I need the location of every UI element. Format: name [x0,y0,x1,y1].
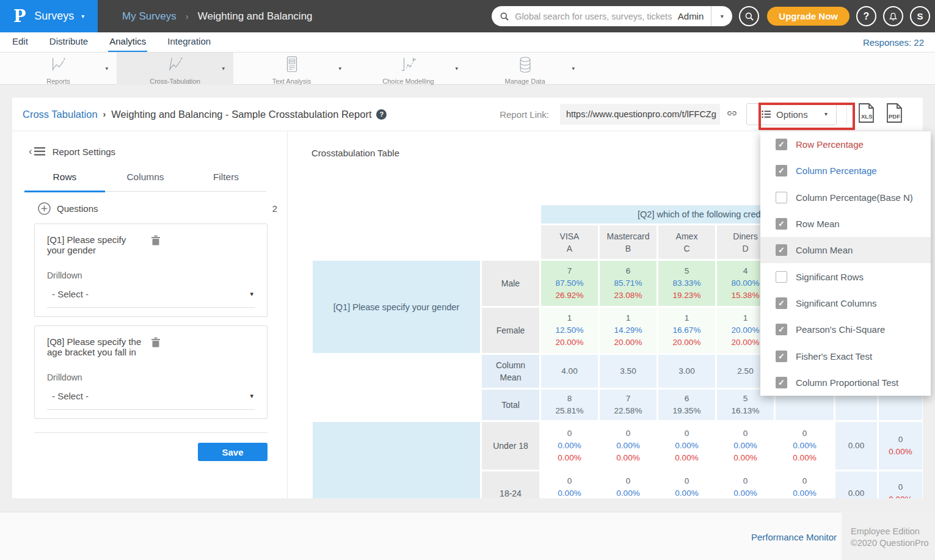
topbar-actions: Admin ▾ Upgrade Now ? S [492,6,930,26]
toolbar-item-choice-modelling[interactable]: ▾Choice Modelling [350,53,467,85]
option-column-mean[interactable]: ✓Column Mean [760,237,931,263]
link-icon[interactable] [726,107,738,122]
option-row-percentage[interactable]: ✓Row Percentage [760,131,931,158]
chevron-down-icon[interactable]: ▾ [455,66,458,71]
chevron-down-icon[interactable]: ▾ [222,66,225,71]
options-button[interactable]: Options ▾ [746,103,837,125]
cell-value: 0.00% [558,487,581,498]
report-link-url[interactable]: https://www.questionpro.com/t/lFFCZg [560,104,720,125]
chevron-down-icon[interactable]: ▾ [572,66,575,71]
breadcrumb-my-surveys[interactable]: My Surveys [122,10,176,23]
toolbar-item-manage-data[interactable]: ▾Manage Data [467,53,583,85]
drilldown-label: Drilldown [47,373,255,382]
search-submit-button[interactable] [739,6,759,26]
column-header-line1: Amex [676,230,698,242]
checkbox-unchecked-icon[interactable] [776,192,787,203]
checkbox-checked-icon[interactable]: ✓ [776,377,787,388]
export-pdf-button[interactable]: PDF [885,103,903,126]
user-avatar[interactable]: S [910,6,930,26]
checkbox-checked-icon[interactable]: ✓ [776,297,787,309]
responses-count: Responses: 22 [863,37,924,48]
brand-menu[interactable]: P Surveys ▾ [0,0,98,32]
option-significant-rows[interactable]: Significant Rows [760,263,931,289]
bell-icon [888,11,898,21]
chevron-down-icon[interactable]: ▾ [105,66,108,71]
help-button[interactable]: ? [856,6,876,26]
data-cell-column-mean-col1: 4.00 [541,355,598,388]
cell-value: 19.23% [673,289,701,302]
cell-value: 0.00% [558,452,581,464]
data-cell-male-col3: 583.33%19.23% [658,261,715,306]
options-dropdown-menu: ✓Row Percentage✓Column PercentageColumn … [760,131,931,396]
checkbox-unchecked-icon[interactable] [776,271,787,283]
add-question-icon[interactable] [38,202,51,215]
survey-nav: EditDistributeAnalyticsIntegration Respo… [0,32,935,53]
drilldown-select-value: - Select - [52,289,89,299]
data-cell-18-24-col1: 00.00%0.00% [541,471,598,498]
upgrade-now-button[interactable]: Upgrade Now [767,7,850,26]
option-label: Row Mean [796,219,840,229]
data-cell-female-col2: 114.29%20.00% [600,308,657,353]
option-column-percentage[interactable]: ✓Column Percentage [760,158,931,184]
report-breadcrumb: Cross Tabulation › Weighting and Balanci… [23,109,387,120]
help-tooltip-icon[interactable]: ? [376,109,387,120]
toolbar-item-reports[interactable]: ▾Reports [0,53,117,85]
checkbox-checked-icon[interactable]: ✓ [776,218,787,230]
toolbar-item-cross-tabulation[interactable]: ▾Cross-Tabulation [117,53,233,85]
checkbox-checked-icon[interactable]: ✓ [776,324,787,335]
line-chart-icon [49,53,68,76]
drilldown-select[interactable]: - Select -▾ [47,280,255,308]
cell-value: 20.00% [732,324,760,336]
nav-tab-analytics[interactable]: Analytics [108,32,147,52]
nav-tab-distribute[interactable]: Distribute [48,32,89,52]
save-row: Save [34,443,267,461]
tab-rows[interactable]: Rows [24,172,105,192]
global-search[interactable]: Admin ▾ [492,6,732,26]
data-cell-18-24-col2: 00.00%0.00% [600,471,657,498]
checkbox-checked-icon[interactable]: ✓ [776,165,787,176]
option-column-percentage-base-n-[interactable]: Column Percentage(Base N) [760,184,931,211]
nav-tab-edit[interactable]: Edit [11,32,29,52]
checkbox-checked-icon[interactable]: ✓ [776,139,787,150]
toolbar-item-label: Text Analysis [272,78,311,85]
tab-filters[interactable]: Filters [186,172,266,191]
cell-value: 23.08% [614,289,642,302]
row-label-text: Female [497,324,525,336]
nav-tab-integration[interactable]: Integration [166,32,212,52]
checkbox-checked-icon[interactable]: ✓ [776,351,787,362]
question-title-row: [Q1] Please specify your gender [47,235,255,255]
data-cell-under-18-col7: 00.00% [879,422,922,470]
option-pearson-s-chi-square[interactable]: ✓Pearson's Chi-Square [760,316,931,343]
cell-value: 8 [567,393,572,405]
drilldown-select[interactable]: - Select -▾ [47,382,255,410]
option-column-proportional-test[interactable]: ✓Column Proportional Test [760,369,931,396]
chevron-down-icon[interactable]: ▾ [338,66,341,71]
cell-value: 5 [743,393,748,405]
data-cell-male-col2: 685.71%23.08% [600,261,657,306]
option-label: Pearson's Chi-Square [796,324,885,335]
save-button[interactable]: Save [198,443,267,461]
checkbox-checked-icon[interactable]: ✓ [776,244,787,256]
option-row-mean[interactable]: ✓Row Mean [760,211,931,237]
option-fisher-s-exact-test[interactable]: ✓Fisher's Exact Test [760,343,931,369]
cell-value: 0.00% [616,440,639,452]
notifications-button[interactable] [883,6,903,26]
divider [34,432,267,433]
tab-columns[interactable]: Columns [105,172,186,191]
data-cell-18-24-col5: 00.00%0.00% [776,471,834,498]
breadcrumb-survey-name: Weighting and Balancing [198,10,313,23]
performance-monitor-link[interactable]: Performance Monitor [751,532,837,542]
delete-question-button[interactable] [151,336,255,357]
cell-value: 0.00% [733,487,757,498]
delete-question-button[interactable] [151,235,255,255]
cross-tabulation-link[interactable]: Cross Tabulation [23,109,98,120]
choice-modelling-icon [399,53,418,76]
option-significant-columns[interactable]: ✓Significant Columns [760,290,931,316]
option-label: Fisher's Exact Test [796,351,872,362]
search-scope-dropdown[interactable]: ▾ [711,13,732,20]
export-xls-button[interactable]: XLS [857,103,875,126]
search-input[interactable] [515,12,677,21]
toolbar-item-text-analysis[interactable]: ▾Text Analysis [233,53,350,85]
cell-value: 4 [743,265,748,277]
collapse-panel-icon[interactable]: ‹ [29,145,45,158]
